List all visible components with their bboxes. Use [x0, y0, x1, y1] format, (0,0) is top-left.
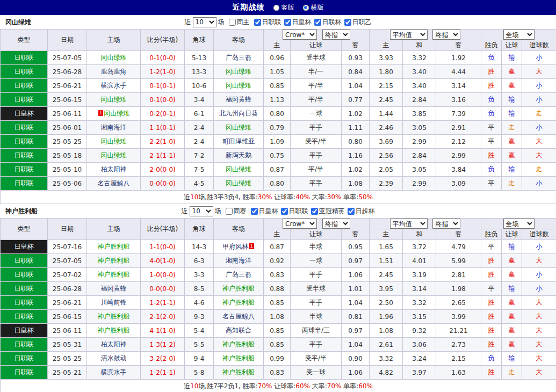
col-header-euro-draw: 和 [403, 229, 436, 240]
team-name-link[interactable]: 神户胜利船 [87, 254, 141, 268]
league-filter[interactable]: 日皇杯 [284, 18, 312, 27]
match-count-select[interactable]: 10 [190, 206, 213, 216]
asia-stage-select[interactable]: 终指 [322, 219, 350, 229]
team-name-link[interactable]: 川崎前锋 [87, 296, 141, 310]
team-name-link[interactable]: 神户胜利船 [214, 366, 264, 380]
team-name-link[interactable]: 冈山绿雉 [214, 121, 264, 135]
league-filter[interactable]: 日皇杯 [251, 207, 278, 216]
match-score[interactable]: 0-0(0-0) [141, 177, 185, 191]
match-score[interactable]: 2-0(0-0) [141, 163, 185, 177]
scope-select[interactable]: 全场 [503, 30, 535, 40]
team-name-link[interactable]: 冈山绿雉 [87, 51, 141, 65]
average-select[interactable]: 平均值 [390, 219, 428, 229]
team-name-link[interactable]: 冈山绿雉 [87, 93, 141, 107]
league-checkbox[interactable] [311, 208, 318, 215]
match-score[interactable]: 2-2(1-0) [141, 135, 185, 149]
team-name-link[interactable]: 北九州向日葵 [214, 107, 264, 121]
league-filter[interactable]: 日职乙 [344, 18, 372, 27]
team-name-link[interactable]: 名古屋鲸八 [214, 310, 264, 324]
team-name-link[interactable]: 湘南海洋 [214, 254, 264, 268]
league-filter[interactable]: 日超杯 [348, 207, 375, 216]
team-name-link[interactable]: 高知联合 [214, 324, 264, 338]
team-name-link[interactable]: 神户胜利船 [214, 296, 264, 310]
match-score[interactable]: 0-1(0-0) [141, 93, 185, 107]
team-name-link[interactable]: 神户胜利船 [87, 268, 141, 282]
match-score[interactable]: 1-0(0-0) [141, 268, 185, 282]
team-name-link[interactable]: 湘南海洋 [87, 121, 141, 135]
bookmaker-select[interactable]: Crow* [283, 219, 317, 229]
league-filter[interactable]: 亚冠精英 [311, 207, 345, 216]
team-name-link[interactable]: 神户胜利船 [87, 324, 141, 338]
match-score[interactable]: 4-0(1-0) [141, 254, 185, 268]
team-name-link[interactable]: 神户胜利船 [87, 310, 141, 324]
team-label: 冈山绿雉 [104, 110, 129, 117]
team-name-link[interactable]: 横滨水手 [87, 366, 141, 380]
team-name-link[interactable]: 1冈山绿雉 [87, 107, 141, 121]
same-filter[interactable]: 同主 [229, 18, 250, 27]
league-checkbox[interactable] [281, 208, 288, 215]
match-score[interactable]: 1-2(1-1) [141, 366, 185, 380]
same-checkbox[interactable] [226, 208, 233, 215]
team-name-link[interactable]: 广岛三箭 [214, 51, 264, 65]
layout-radio-vertical[interactable]: 竖版 [273, 3, 294, 12]
match-count-select[interactable]: 10 [193, 17, 216, 27]
average-select[interactable]: 平均值 [390, 30, 428, 40]
team-name-link[interactable]: 鹿岛鹿角 [87, 65, 141, 79]
match-score[interactable]: 1-2(1-1) [141, 296, 185, 310]
match-score[interactable]: 1-1(0-1) [141, 121, 185, 135]
league-checkbox[interactable] [344, 19, 351, 26]
team-name-link[interactable]: 神户胜利船 [214, 282, 264, 296]
team-name-link[interactable]: 清水鼓动 [87, 352, 141, 366]
team-name-link[interactable]: 冈山绿雉 [214, 79, 264, 93]
match-score[interactable]: 2-1(2-0) [141, 310, 185, 324]
team-name-link[interactable]: 名古屋鲸八 [87, 177, 141, 191]
team-name-link[interactable]: 冈山绿雉 [87, 149, 141, 163]
team-name-link[interactable]: 神户胜利船 [214, 338, 264, 352]
match-score[interactable]: 1-2(1-0) [141, 65, 185, 79]
match-score[interactable]: 4-1(1-0) [141, 324, 185, 338]
team-name-link[interactable]: 甲府风林1 [214, 240, 264, 254]
corner-score: 9-4 [185, 352, 214, 366]
euro-stage-select[interactable]: 终指 [432, 219, 460, 229]
asia-stage-select[interactable]: 终指 [322, 30, 350, 40]
team-name-link[interactable]: 冈山绿雉 [214, 65, 264, 79]
match-score[interactable]: 0-1(0-0) [141, 51, 185, 65]
league-checkbox[interactable] [348, 208, 355, 215]
table-row: 日职联25-05-10柏太阳神2-0(0-0)7-5冈山绿雉0.87平/半1.0… [1, 163, 556, 177]
team-name-link[interactable]: 冈山绿雉 [214, 163, 264, 177]
team-name-link[interactable]: 柏太阳神 [87, 163, 141, 177]
match-score[interactable]: 1-3(1-2) [141, 338, 185, 352]
layout-radio-horizontal[interactable]: 横版 [303, 3, 324, 12]
same-filter[interactable]: 同赛 [226, 207, 247, 216]
euro-odds-away: 3.09 [436, 177, 481, 191]
league-checkbox[interactable] [314, 19, 321, 26]
team-name-link[interactable]: 福冈黄蜂 [87, 282, 141, 296]
bookmaker-select[interactable]: Crow* [283, 30, 317, 40]
team-name-link[interactable]: 町田泽维亚 [214, 135, 264, 149]
match-score[interactable]: 0-0(0-0) [141, 282, 185, 296]
team-name-link[interactable]: 冈山绿雉 [214, 177, 264, 191]
same-checkbox[interactable] [229, 19, 236, 26]
league-filter[interactable]: 日职联 [254, 18, 281, 27]
team-name-link[interactable]: 柏太阳神 [87, 338, 141, 352]
team-name-link[interactable]: 福冈黄蜂 [214, 93, 264, 107]
league-filter[interactable]: 日联杯 [314, 18, 342, 27]
team-name-link[interactable]: 神户胜利船 [214, 352, 264, 366]
team-name-link[interactable]: 神户胜利船 [87, 240, 141, 254]
euro-odds-home: 3.95 [370, 282, 403, 296]
euro-stage-select[interactable]: 终指 [432, 30, 460, 40]
league-checkbox[interactable] [284, 19, 291, 26]
match-score[interactable]: 1-1(0-0) [141, 240, 185, 254]
league-checkbox[interactable] [251, 208, 258, 215]
match-score[interactable]: 0-1(0-1) [141, 79, 185, 93]
league-filter[interactable]: 日职联 [281, 207, 308, 216]
team-name-link[interactable]: 新泻天鹅 [214, 149, 264, 163]
team-name-link[interactable]: 横滨水手 [87, 79, 141, 93]
scope-select[interactable]: 全场 [503, 219, 535, 229]
team-name-link[interactable]: 冈山绿雉 [87, 135, 141, 149]
match-score[interactable]: 0-2(0-1) [141, 107, 185, 121]
team-name-link[interactable]: 广岛三箭 [214, 268, 264, 282]
league-checkbox[interactable] [254, 19, 261, 26]
match-score[interactable]: 2-1(1-1) [141, 149, 185, 163]
match-score[interactable]: 3-2(2-0) [141, 352, 185, 366]
